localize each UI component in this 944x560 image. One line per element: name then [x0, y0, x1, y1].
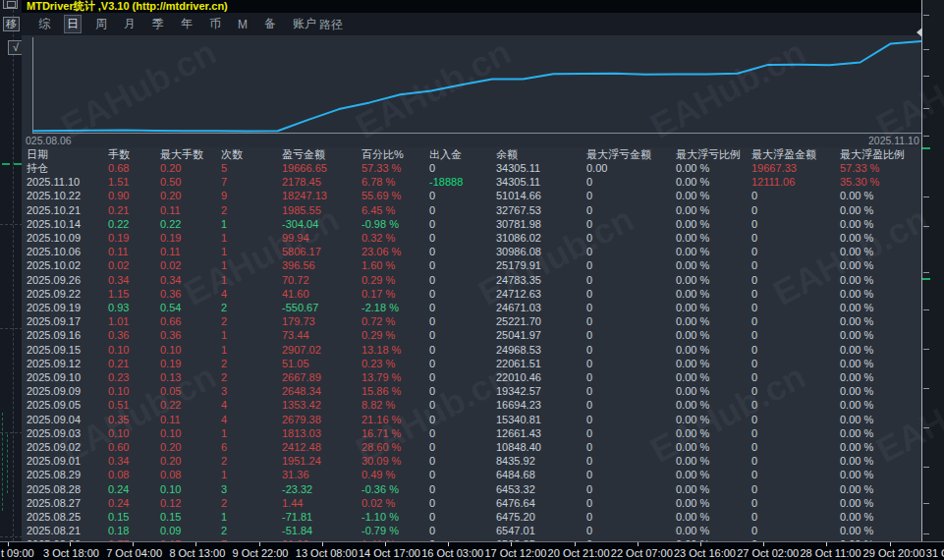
table-cell: 0.24	[108, 482, 160, 496]
table-cell: 35.30 %	[840, 175, 916, 189]
table-cell: 2	[221, 203, 282, 217]
table-cell: 1	[221, 328, 282, 342]
table-cell: 0	[429, 314, 496, 328]
tab-8[interactable]: M	[235, 17, 250, 32]
table-cell: 0	[429, 370, 496, 384]
table-cell: 0.00 %	[676, 217, 751, 231]
table-cell: 51.05	[282, 357, 361, 370]
table-cell: 0	[751, 231, 840, 245]
candle-fragment	[2, 413, 3, 511]
table-cell: 0.08	[108, 468, 160, 481]
move-button[interactable]: 移	[3, 17, 20, 31]
table-cell: 0.00 %	[676, 398, 751, 412]
price-marker-arrow	[916, 28, 922, 37]
price-axis-tick	[923, 533, 929, 534]
table-cell: 28.60 %	[361, 440, 429, 454]
tab-2[interactable]: 日	[64, 15, 82, 33]
table-cell: 0.29 %	[361, 273, 429, 287]
table-cell: 2025.08.27	[27, 496, 108, 510]
price-axis-tick	[923, 226, 929, 227]
table-cell: -0.98 %	[361, 217, 429, 231]
table-cell: 21.16 %	[361, 413, 429, 426]
time-axis-label: t 09:00	[1, 547, 34, 559]
table-cell: 0.68	[108, 161, 160, 175]
table-cell: 0	[586, 217, 676, 231]
table-row: 持仓0.680.20519666.6557.33 %034305.110.000…	[27, 161, 916, 175]
table-cell: 51014.66	[496, 189, 586, 202]
tab-3[interactable]: 周	[92, 15, 110, 33]
table-cell: 0	[751, 454, 840, 468]
table-cell: 0	[751, 314, 840, 328]
table-cell: 0.10	[108, 343, 160, 357]
tab-4[interactable]: 月	[121, 15, 139, 33]
column-header: 日期	[27, 147, 108, 161]
table-cell: 41.60	[282, 287, 361, 301]
tab-1[interactable]: 综	[35, 15, 53, 33]
price-axis-tick	[923, 136, 929, 137]
table-cell: 0.50	[160, 175, 221, 189]
table-cell: 0.00 %	[840, 426, 916, 440]
tab-5[interactable]: 季	[149, 15, 167, 33]
time-axis-tick	[259, 542, 260, 546]
time-axis-bar: t 09:003 Oct 18:007 Oct 04:008 Oct 13:00…	[0, 541, 944, 560]
table-cell: 2025.09.26	[27, 273, 108, 287]
table-cell: 0.51	[108, 398, 160, 412]
table-cell: 4	[221, 413, 282, 426]
table-cell: 0.00 %	[676, 384, 751, 398]
table-cell: 0.00 %	[840, 231, 916, 245]
table-row: 2025.10.210.210.1121985.556.45 %032767.5…	[27, 203, 916, 217]
price-axis-tick	[923, 15, 929, 16]
table-cell: 0	[586, 273, 676, 287]
table-cell: 0.00 %	[676, 301, 751, 314]
time-axis-label: 31 O	[926, 547, 944, 559]
table-cell: 13.18 %	[361, 343, 429, 357]
table-cell: 2025.09.10	[27, 370, 108, 384]
table-cell: 0	[429, 454, 496, 468]
window-restore-icon[interactable]	[3, 0, 18, 9]
table-cell: -0.79 %	[361, 524, 429, 537]
table-cell: 2178.45	[282, 175, 361, 189]
table-cell: 0.19	[160, 357, 221, 370]
table-cell: 0.66	[160, 314, 221, 328]
tab-7[interactable]: 币	[206, 15, 224, 33]
table-cell: 0.00 %	[840, 496, 916, 510]
table-cell: 0.05	[160, 384, 221, 398]
table-cell: 0	[586, 258, 676, 272]
table-cell: 2412.48	[282, 440, 361, 454]
table-cell: 6547.01	[496, 524, 586, 537]
table-cell: 0	[586, 203, 676, 217]
table-cell: 2025.09.09	[27, 384, 108, 398]
table-cell: 0	[586, 245, 676, 258]
price-axis-bid-tick	[922, 278, 930, 280]
tab-9[interactable]: 备	[261, 15, 279, 33]
table-cell: 73.44	[282, 328, 361, 342]
price-axis-tick	[923, 108, 929, 109]
table-cell: 0	[751, 189, 840, 202]
table-row: 2025.11.101.510.5072178.456.78 %-1888834…	[27, 175, 916, 189]
table-cell: -51.84	[282, 524, 361, 537]
table-row: 2025.10.220.900.20918247.1355.69 %051014…	[27, 189, 916, 202]
table-cell: 0	[586, 314, 676, 328]
table-cell: 0	[586, 524, 676, 537]
table-cell: 3	[221, 482, 282, 496]
tab-6[interactable]: 年	[178, 15, 195, 33]
table-row: 2025.09.260.340.34170.720.29 %024783.350…	[27, 273, 916, 287]
table-cell: 0.00 %	[840, 413, 916, 426]
table-cell: 0	[586, 413, 676, 426]
table-cell: 0.90	[108, 189, 160, 202]
table-row: 2025.08.280.240.103-23.32-0.36 %06453.32…	[27, 482, 916, 496]
table-cell: 0.00 %	[840, 287, 916, 301]
table-row: 2025.09.150.100.1012907.0213.18 %024968.…	[27, 343, 916, 357]
time-axis-tick	[70, 542, 71, 546]
table-cell: 2025.10.21	[27, 203, 108, 217]
table-row: 2025.10.090.190.19199.940.32 %031086.020…	[27, 231, 916, 245]
panel-title-bar: MTDriver统计 ,V3.10 (http://mtdriver.cn)	[22, 0, 921, 13]
table-cell: 0	[751, 413, 840, 426]
path-label[interactable]: 路径	[319, 17, 343, 33]
table-cell: 0.02	[160, 258, 221, 272]
tab-10[interactable]: 账户	[290, 15, 319, 33]
table-cell: 2025.09.04	[27, 413, 108, 426]
table-cell: 1.44	[282, 496, 361, 510]
table-cell: 0.36	[108, 328, 160, 342]
table-cell: 6453.32	[496, 482, 586, 496]
